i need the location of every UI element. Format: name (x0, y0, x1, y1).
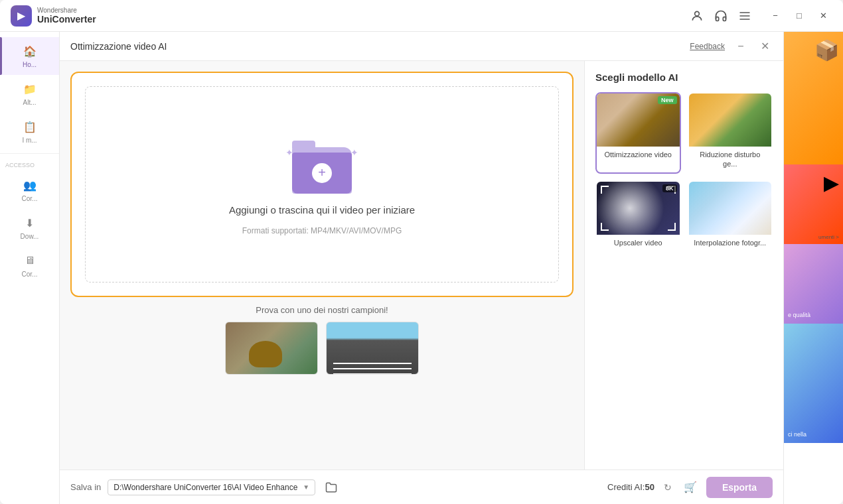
promo-panel: 📦 ▶ umenti > e qualità ci nella (783, 32, 843, 504)
model-panel-title: Scegli modello AI (595, 72, 773, 83)
model-panel: Scegli modello AI New Ottimizzazione vid… (584, 61, 783, 470)
sparkle-right-icon: ✦ (350, 147, 358, 158)
title-bar-actions: − □ ✕ (689, 7, 832, 25)
cor2-icon: 🖥 (23, 253, 37, 268)
promo-icon-2: ▶ (824, 171, 839, 194)
sidebar-divider (0, 153, 59, 154)
maximize-button[interactable]: □ (790, 7, 808, 25)
inner-layout: ✦ + ✦ Aggiungi o trascina qui il video p… (60, 61, 783, 470)
close-button[interactable]: ✕ (814, 7, 832, 25)
promo-text-4: ci nella (784, 427, 810, 443)
upscale-corner-bl (601, 223, 609, 231)
promo-card-2[interactable]: ▶ umenti > (784, 164, 843, 244)
export-button[interactable]: Esporta (706, 477, 773, 498)
panel-header-actions: Feedback − ✕ (690, 38, 773, 54)
other-icon: 📁 (23, 82, 37, 96)
credits-count: 50 (645, 482, 654, 492)
sidebar-section-access: Accesso (0, 157, 59, 171)
sidebar-home-label: Ho... (23, 61, 37, 68)
upload-dropzone[interactable]: ✦ + ✦ Aggiungi o trascina qui il video p… (70, 72, 574, 297)
upload-sub-text: Formati supportati: MP4/MKV/AVI/MOV/MPG (242, 226, 402, 235)
brand-name: Wondershare (37, 7, 96, 14)
sidebar: 🏠 Ho... 📁 Alt... 📋 I m... Accesso 👥 Cor.… (0, 32, 60, 504)
footer-bar: Salva in D:\Wondershare UniConverter 16\… (60, 470, 783, 504)
sidebar-cor2-label: Cor... (22, 271, 38, 278)
sidebar-myfiles-label: I m... (22, 137, 37, 144)
upload-icon-container: ✦ + ✦ (285, 134, 358, 194)
upscale-corner-br (668, 223, 676, 231)
save-in-label: Salva in (70, 482, 101, 492)
samples-label: Prova con uno dei nostri campioni! (256, 305, 388, 315)
cart-icon[interactable]: 🛒 (681, 478, 700, 497)
promo-text-1 (784, 157, 792, 164)
upscale-8k-badge: 8K (662, 184, 677, 192)
title-bar: ▶ Wondershare UniConverter − □ ✕ (0, 0, 843, 32)
model-label-interpolate: Interpolazione fotogr... (689, 235, 772, 251)
model-thumb-noise-reduce (689, 94, 772, 147)
profile-icon[interactable] (689, 8, 705, 24)
sidebar-dow-label: Dow... (21, 233, 39, 240)
content-area: Ottimizzazione video AI Feedback − ✕ ✦ (60, 32, 783, 504)
sample-traffic[interactable] (326, 322, 419, 375)
panel-header: Ottimizzazione video AI Feedback − ✕ (60, 32, 783, 61)
myfiles-icon: 📋 (23, 119, 37, 134)
sidebar-item-home[interactable]: 🏠 Ho... (0, 37, 59, 75)
menu-icon[interactable] (737, 8, 753, 24)
upscale-corner-tl (601, 186, 609, 194)
feedback-link[interactable]: Feedback (690, 42, 725, 51)
app-window: ▶ Wondershare UniConverter − □ ✕ (0, 0, 843, 504)
logo-text: Wondershare UniConverter (37, 7, 96, 25)
app-logo: ▶ Wondershare UniConverter (11, 5, 96, 27)
model-card-upscale[interactable]: 8K Upscaler video (595, 180, 681, 252)
folder-front-icon: + (292, 153, 352, 194)
minimize-button[interactable]: − (766, 7, 785, 25)
model-card-video-enhance[interactable]: New Ottimizzazione video (595, 92, 681, 174)
headset-icon[interactable] (713, 8, 729, 24)
model-label-video-enhance: Ottimizzazione video (597, 147, 680, 162)
panel-title: Ottimizzazione video AI (70, 41, 167, 52)
promo-card-4[interactable]: ci nella (784, 324, 843, 443)
promo-icon-1: 📦 (814, 38, 839, 62)
upload-section: ✦ + ✦ Aggiungi o trascina qui il video p… (60, 61, 584, 470)
save-path-select[interactable]: D:\Wondershare UniConverter 16\AI Video … (108, 479, 315, 495)
model-thumb-interpolate (689, 182, 772, 235)
logo-icon: ▶ (11, 5, 32, 27)
dow-icon: ⬇ (23, 216, 37, 230)
sample-squirrel[interactable] (225, 322, 318, 375)
new-badge: New (658, 96, 677, 104)
model-thumb-video-enhance: New (597, 94, 680, 147)
panel-minimize-button[interactable]: − (733, 38, 749, 54)
panel-close-button[interactable]: ✕ (757, 38, 773, 54)
promo-card-3[interactable]: e qualità (784, 244, 843, 324)
sidebar-item-dow[interactable]: ⬇ Dow... (0, 209, 59, 247)
folder-browse-button[interactable] (322, 478, 341, 497)
plus-icon: + (312, 163, 332, 183)
promo-card-1[interactable]: 📦 (784, 32, 843, 164)
sidebar-item-cor2[interactable]: 🖥 Cor... (0, 247, 59, 284)
home-icon: 🏠 (23, 44, 37, 58)
save-path-arrow-icon: ▼ (303, 483, 309, 491)
cor1-icon: 👥 (23, 178, 37, 192)
model-label-upscale: Upscaler video (597, 235, 680, 251)
credits-label: Crediti AI:50 (607, 482, 654, 492)
model-card-noise-reduce[interactable]: Riduzione disturbo ge... (688, 92, 773, 174)
sidebar-other-label: Alt... (23, 99, 36, 106)
upload-main-text: Aggiungi o trascina qui il video per ini… (229, 204, 415, 216)
promo-text-3: e qualità (784, 308, 814, 324)
sidebar-item-other[interactable]: 📁 Alt... (0, 75, 59, 113)
model-thumb-upscale: 8K (597, 182, 680, 235)
samples-row (225, 322, 419, 375)
model-label-noise-reduce: Riduzione disturbo ge... (689, 147, 772, 172)
credits-refresh-icon[interactable]: ↻ (661, 481, 674, 494)
model-card-interpolate[interactable]: Interpolazione fotogr... (688, 180, 773, 252)
sidebar-item-cor1[interactable]: 👥 Cor... (0, 171, 59, 209)
model-grid: New Ottimizzazione video Riduzione distu… (595, 92, 773, 252)
main-layout: 🏠 Ho... 📁 Alt... 📋 I m... Accesso 👥 Cor.… (0, 32, 843, 504)
svg-point-0 (695, 11, 700, 16)
samples-section: Prova con uno dei nostri campioni! (70, 305, 574, 375)
upload-inner-box: ✦ + ✦ Aggiungi o trascina qui il video p… (85, 86, 559, 283)
sidebar-item-myfiles[interactable]: 📋 I m... (0, 113, 59, 151)
sidebar-cor1-label: Cor... (22, 195, 38, 202)
window-controls: − □ ✕ (766, 7, 832, 25)
app-name: UniConverter (37, 14, 96, 25)
